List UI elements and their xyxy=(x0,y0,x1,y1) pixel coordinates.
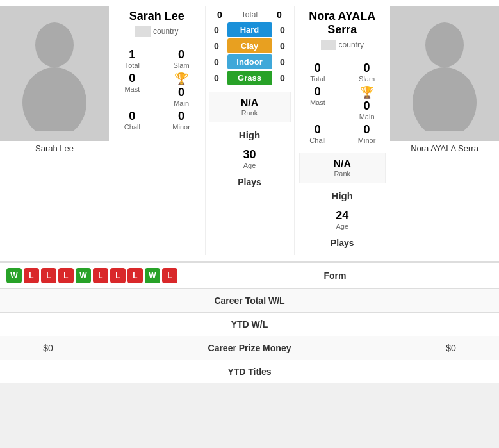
grass-right-score: 0 xyxy=(275,73,291,83)
stats-row-left-2: $0 xyxy=(10,343,86,353)
right-player-info: Nora AYALA Serra country 0 Total 0 Slam … xyxy=(295,6,391,255)
left-age-block: 30 Age xyxy=(209,144,291,173)
right-minor-label: Minor xyxy=(358,137,376,144)
left-trophy-icon-wrap: 🏆 0 Main xyxy=(158,72,205,107)
svg-point-3 xyxy=(413,67,477,131)
left-player-name: Sarah Lee xyxy=(129,10,184,23)
form-badge-1: L xyxy=(24,268,39,283)
stats-row-label-2: Career Prize Money xyxy=(86,343,413,353)
right-stat-mast: 0 Mast xyxy=(295,85,341,120)
right-high: High xyxy=(332,187,353,205)
left-player-stats-grid: 1 Total 0 Slam 0 Mast 🏆 0 Main 0 xyxy=(109,48,205,131)
left-mast-value: 0 xyxy=(129,72,135,85)
left-age-label: Age xyxy=(213,162,287,169)
right-stat-minor: 0 Minor xyxy=(343,123,390,144)
left-country-flag xyxy=(135,26,151,37)
left-chall-label: Chall xyxy=(124,123,140,131)
right-rank-value: N/A xyxy=(305,158,380,170)
left-high: High xyxy=(239,126,260,144)
right-stat-chall: 0 Chall xyxy=(295,123,341,144)
grass-row: 0 Grass 0 xyxy=(209,71,291,85)
left-main-label: Main xyxy=(174,99,189,107)
left-stat-total: 1 Total xyxy=(109,48,156,69)
stats-row-label-0: Career Total W/L xyxy=(86,295,413,306)
total-right-score: 0 xyxy=(272,10,288,20)
right-minor-value: 0 xyxy=(364,123,370,137)
hard-left-score: 0 xyxy=(209,25,225,35)
form-badge-8: W xyxy=(145,268,160,283)
left-trophy-icon: 🏆 xyxy=(174,72,188,86)
stats-row-1: YTD W/L xyxy=(0,312,499,336)
form-badge-6: L xyxy=(110,268,126,283)
right-player-photo-name: Nora AYALA Serra xyxy=(409,141,480,156)
right-stat-slam: 0 Slam xyxy=(343,62,390,83)
right-detail-block: N/A Rank High 24 Age Plays xyxy=(295,149,391,252)
total-header: Total xyxy=(228,10,272,19)
left-slam-label: Slam xyxy=(174,62,190,69)
right-trophy-icon-wrap: 🏆 0 Main xyxy=(343,85,390,120)
left-slam-value: 0 xyxy=(178,48,184,62)
right-player-silhouette xyxy=(406,16,483,131)
left-stat-chall: 0 Chall xyxy=(109,110,156,131)
right-country-label: country xyxy=(339,40,364,49)
left-chall-value: 0 xyxy=(129,110,135,123)
right-player-country: country xyxy=(321,40,364,50)
form-label: Form xyxy=(324,270,347,281)
indoor-button[interactable]: Indoor xyxy=(227,54,272,69)
middle-stats: 0 Total 0 0 Hard 0 0 Clay 0 0 Indoor xyxy=(205,6,295,255)
right-rank-block: N/A Rank xyxy=(299,153,386,183)
hard-button[interactable]: Hard xyxy=(227,22,272,37)
total-left-score: 0 xyxy=(212,10,228,20)
form-badge-7: L xyxy=(127,268,143,283)
right-main-label: Main xyxy=(359,113,375,120)
left-mast-label: Mast xyxy=(124,85,140,93)
left-rank-value: N/A xyxy=(215,97,285,109)
right-plays: Plays xyxy=(331,234,354,252)
stats-row-0: Career Total W/L xyxy=(0,288,499,312)
right-player-stats-grid: 0 Total 0 Slam 0 Mast 🏆 0 Main 0 xyxy=(295,62,391,144)
right-stat-total: 0 Total xyxy=(295,62,341,83)
clay-button[interactable]: Clay xyxy=(227,38,272,53)
right-mast-label: Mast xyxy=(310,99,325,106)
left-player-photo-name: Sarah Lee xyxy=(34,141,75,156)
surface-buttons: 0 Hard 0 0 Clay 0 0 Indoor 0 0 Grass xyxy=(209,22,291,85)
right-age-value: 24 xyxy=(299,209,387,222)
stats-row-label-3: YTD Titles xyxy=(86,367,413,377)
form-badge-3: L xyxy=(58,268,74,283)
clay-left-score: 0 xyxy=(209,41,225,51)
svg-point-1 xyxy=(22,67,86,131)
right-country-flag xyxy=(321,40,336,50)
left-player-photo xyxy=(0,6,109,141)
left-minor-label: Minor xyxy=(172,123,190,131)
right-trophy-icon: 🏆 xyxy=(360,85,374,99)
bottom-stats: Career Total W/LYTD W/L$0Career Prize Mo… xyxy=(0,288,499,383)
grass-button[interactable]: Grass xyxy=(227,71,272,85)
form-badge-4: W xyxy=(76,268,91,283)
left-total-label: Total xyxy=(125,62,140,69)
main-container: Sarah Lee Sarah Lee country 1 Total 0 Sl… xyxy=(0,0,499,383)
indoor-row: 0 Indoor 0 xyxy=(209,54,291,69)
form-badge-2: L xyxy=(41,268,56,283)
left-rank-block: N/A Rank xyxy=(209,92,291,122)
stats-row-3: YTD Titles xyxy=(0,360,499,383)
player-comparison: Sarah Lee Sarah Lee country 1 Total 0 Sl… xyxy=(0,0,499,262)
right-total-value: 0 xyxy=(315,62,321,75)
right-player-photo-wrap: Nora AYALA Serra xyxy=(390,6,499,255)
hard-right-score: 0 xyxy=(275,25,291,35)
clay-right-score: 0 xyxy=(275,41,291,51)
left-country-label: country xyxy=(153,27,178,36)
right-total-label: Total xyxy=(310,75,325,83)
left-player-silhouette xyxy=(16,16,93,131)
right-chall-value: 0 xyxy=(315,123,321,137)
stats-row-2: $0Career Prize Money$0 xyxy=(0,336,499,360)
right-main-value: 0 xyxy=(364,99,370,113)
right-player-name: Nora AYALA Serra xyxy=(295,10,391,37)
left-main-value: 0 xyxy=(178,86,184,99)
form-section: WLLLWLLLWL Form xyxy=(0,262,499,288)
indoor-left-score: 0 xyxy=(209,57,225,67)
indoor-right-score: 0 xyxy=(275,57,291,67)
grass-left-score: 0 xyxy=(209,73,225,83)
left-age-value: 30 xyxy=(213,148,287,162)
right-mast-value: 0 xyxy=(315,85,321,99)
total-row: 0 Total 0 xyxy=(209,10,291,20)
